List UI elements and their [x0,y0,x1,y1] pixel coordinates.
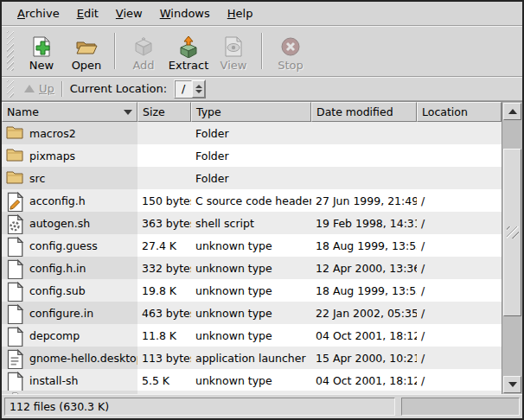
file-size [137,144,191,167]
file-type: unknown type [191,324,311,347]
stop-button-label: Stop [278,60,304,71]
new-button-label: New [29,60,54,71]
file-date-modified [311,144,417,167]
column-header-location[interactable]: Location [417,102,502,122]
file-type: Folder [191,122,311,144]
table-row[interactable]: macros2 Folder [2,122,502,144]
file-date-modified: 27 Jun 1999, 21:49 [311,189,417,212]
file-location: / [417,324,502,347]
extract-button-label: Extract [169,60,209,71]
column-header-size[interactable]: Size [137,102,191,122]
open-button[interactable]: Open [64,29,109,73]
table-row[interactable]: src Folder [2,167,502,189]
add-button: Add [121,29,166,73]
scroll-down-button[interactable] [503,376,521,393]
up-button: Up [19,80,60,97]
file-size: 5.5 K [137,369,191,391]
menu-view[interactable]: View [107,3,151,23]
stop-icon [279,35,302,58]
file-date-modified [311,122,417,144]
table-row[interactable]: acconfig.h 150 bytes C source code heade… [2,189,502,212]
file-name: install-sh [29,374,78,387]
file-name: pixmaps [29,150,75,162]
file-name: acconfig.h [29,194,86,207]
add-button-label: Add [132,60,154,71]
file-location: / [417,369,502,391]
file-date-modified: 18 Aug 1999, 13:53 [311,279,417,302]
table-row[interactable]: autogen.sh 363 bytes shell script 19 Feb… [2,212,502,234]
table-row[interactable]: depcomp 11.8 K unknown type 04 Oct 2001,… [2,324,502,347]
table-row[interactable]: gnome-hello.desktop 113 bytes applicatio… [2,347,502,369]
location-combo-value[interactable]: / [175,80,192,98]
file-location: / [417,347,502,369]
file-location: / [417,234,502,257]
extract-package-icon [177,35,200,58]
scroll-up-button[interactable] [503,103,521,120]
view-button-label: View [220,60,247,71]
location-bar-drag-handle[interactable] [7,80,14,98]
table-row[interactable]: configure.in 463 bytes unknown type 22 J… [2,302,502,324]
table-row[interactable]: pixmaps Folder [2,144,502,167]
column-header-date-modified[interactable]: Date modified [311,102,417,122]
script-icon [6,214,23,234]
file-location: / [417,257,502,279]
document-icon [6,237,23,257]
toolbar-separator [261,33,263,69]
file-location: / [417,212,502,234]
file-size: 463 bytes [137,302,191,324]
document-icon [6,327,23,347]
location-combo[interactable]: / [174,80,206,99]
file-name: config.sub [29,284,86,297]
folder-icon [6,169,23,184]
document-icon [6,259,23,279]
file-name: depcomp [29,329,80,342]
folder-icon [6,124,23,139]
file-size: 113 bytes [137,347,191,369]
menu-help[interactable]: Help [219,3,262,23]
column-header-type[interactable]: Type [191,102,311,122]
scrollbar-thumb[interactable] [503,149,521,316]
file-name: src [29,172,45,185]
menu-windows[interactable]: Windows [151,3,219,23]
file-name: gnome-hello.desktop [29,352,137,365]
launcher-icon [6,349,23,369]
table-row[interactable]: config.guess 27.4 K unknown type 18 Aug … [2,234,502,257]
vertical-scrollbar[interactable] [502,102,522,394]
file-size: 363 bytes [137,212,191,234]
file-location: / [417,189,502,212]
combo-up-arrow-icon [195,85,202,88]
file-size: 27.4 K [137,234,191,257]
file-list-area: Name Size Type Date modified Location [2,101,522,394]
file-size: 11.8 K [137,324,191,347]
toolbar-separator [114,33,116,69]
file-type: shell script [191,212,311,234]
menu-archive[interactable]: Archive [9,3,68,23]
up-button-label: Up [39,82,54,95]
location-bar-separator [61,81,63,97]
new-button[interactable]: New [19,29,64,73]
column-header-name[interactable]: Name [2,102,137,122]
file-date-modified: 04 Oct 2001, 18:12 [311,324,417,347]
file-size: 19.8 K [137,279,191,302]
table-row[interactable]: install-sh 5.5 K unknown type 04 Oct 200… [2,369,502,391]
file-size [137,122,191,144]
file-type: unknown type [191,279,311,302]
open-folder-icon [75,35,98,58]
file-name: macros2 [29,127,76,140]
progress-area [401,398,520,416]
file-name: configure.in [29,307,93,320]
file-location: / [417,302,502,324]
menu-edit[interactable]: Edit [68,3,107,23]
file-location [417,122,502,144]
sort-indicator-icon [124,110,132,115]
toolbar-drag-handle[interactable] [7,31,14,71]
extract-button[interactable]: Extract [166,29,211,73]
view-button: View [211,29,256,73]
location-combo-dropdown[interactable] [192,80,205,98]
file-type: unknown type [191,234,311,257]
table-row[interactable]: config.h.in 332 bytes unknown type 12 Ap… [2,257,502,279]
table-row[interactable]: config.sub 19.8 K unknown type 18 Aug 19… [2,279,502,302]
file-location [417,144,502,167]
archive-manager-window: Archive Edit View Windows Help New Open [0,0,524,420]
file-date-modified: 12 Apr 2000, 13:36 [311,257,417,279]
